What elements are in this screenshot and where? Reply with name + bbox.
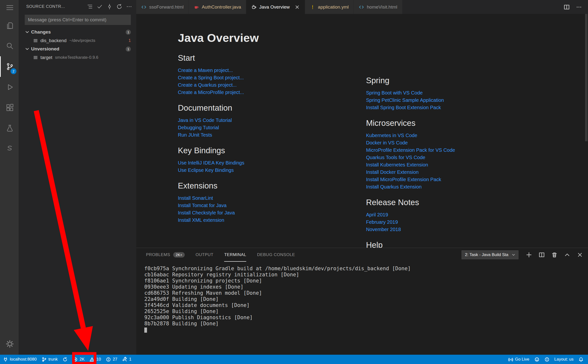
kill-terminal-icon[interactable]	[551, 252, 558, 258]
editor-link[interactable]: Install Spring Boot Extension Pack	[366, 104, 569, 111]
editor-link[interactable]: February 2019	[366, 218, 569, 226]
terminal-line: f0cb975a Synchronizing Gradle build at /…	[144, 266, 588, 272]
status-bar: localhost:8080trunk2K10271 Go LiveLayout…	[0, 355, 588, 364]
editor-link[interactable]: Java in VS Code Tutorial	[178, 117, 366, 124]
editor-link[interactable]: April 2019	[366, 211, 569, 218]
view-as-tree-icon[interactable]	[87, 3, 93, 10]
editor-link[interactable]: Use Eclipse Key Bindings	[178, 166, 366, 174]
status-keyboard-layout[interactable]: Layout: us	[552, 355, 576, 364]
main-row: 2	[0, 0, 588, 355]
terminal-output[interactable]: f0cb975a Synchronizing Gradle build at /…	[136, 262, 588, 333]
close-panel-icon[interactable]	[577, 252, 583, 258]
tab-label: homeVisit.html	[367, 4, 397, 10]
activity-source-control-button[interactable]: 2	[0, 56, 19, 77]
editor-link[interactable]: Create a Maven project...	[178, 67, 366, 74]
commit-message-input[interactable]	[25, 15, 131, 25]
editor-link[interactable]: Kubernetes in VS Code	[366, 132, 569, 139]
editor-link[interactable]: November 2018	[366, 226, 569, 233]
panel-tab-debug-console[interactable]: DEBUG CONSOLE	[257, 248, 295, 262]
status-notifications[interactable]	[576, 355, 586, 364]
terminal-line: 22a49d0f Building [Done]	[144, 296, 588, 302]
status-info[interactable]	[542, 355, 552, 364]
html-icon	[359, 4, 364, 10]
editor-link[interactable]: Install Checkstyle for Java	[178, 209, 366, 216]
activity-search-button[interactable]	[0, 36, 19, 56]
chevron-down-icon	[24, 29, 30, 35]
refresh-icon[interactable]	[116, 3, 122, 10]
commit-check-icon[interactable]	[97, 3, 103, 10]
scm-section-changes[interactable]: Changes1	[19, 28, 136, 36]
search-icon	[5, 42, 14, 50]
split-terminal-icon[interactable]	[539, 252, 545, 258]
activity-settings-button[interactable]	[0, 334, 19, 354]
status-branch[interactable]: trunk	[39, 355, 60, 364]
maximize-panel-icon[interactable]	[564, 252, 570, 258]
editor-link[interactable]: Install SonarLint	[178, 194, 366, 202]
editor-link[interactable]: Install Kubernetes Extension	[366, 161, 569, 168]
extensions-icon	[5, 103, 14, 112]
status-feedback[interactable]	[532, 355, 542, 364]
panel-tabs: PROBLEMS2K+OUTPUTTERMINALDEBUG CONSOLE	[146, 248, 295, 262]
editor-link[interactable]: Debugging Tutorial	[178, 124, 366, 131]
info-icon	[544, 357, 550, 362]
new-terminal-icon[interactable]	[526, 252, 532, 258]
status-errors[interactable]: 2K	[70, 355, 87, 364]
close-icon[interactable]	[294, 4, 300, 10]
editor-link[interactable]: Quarkus Tools for VS Code	[366, 154, 569, 161]
editor-link[interactable]: Install Tomcat for Java	[178, 202, 366, 209]
editor-scrollbar[interactable]	[585, 14, 588, 141]
tab-authcontroller-java[interactable]: AuthController.java	[189, 0, 246, 14]
editor-link[interactable]: Create a Spring Boot project...	[178, 74, 366, 81]
panel-tab-terminal[interactable]: TERMINAL	[224, 248, 246, 262]
tab-label: application.yml	[318, 4, 349, 10]
activity-run-debug-button[interactable]	[0, 77, 19, 97]
status-go-live[interactable]: Go Live	[506, 355, 532, 364]
section-heading-spring: Spring	[366, 76, 569, 85]
scm-section-label: Changes	[31, 29, 51, 35]
activity-menu-button[interactable]	[0, 0, 19, 15]
editor-link[interactable]: Docker in VS Code	[366, 139, 569, 146]
editor-link[interactable]: Create a Quarkus project...	[178, 81, 366, 89]
editor-link[interactable]: Install Quarkus Extension	[366, 183, 569, 190]
tab-homevisit-html[interactable]: homeVisit.html	[354, 0, 402, 14]
activity-testing-button[interactable]	[0, 118, 19, 139]
terminal-selector[interactable]: 2: Task - Java Build Sta	[462, 250, 518, 259]
overview-columns: StartCreate a Maven project...Create a S…	[178, 53, 588, 248]
panel-tab-problems[interactable]: PROBLEMS2K+	[146, 248, 185, 262]
scm-item-target[interactable]: targetsmokeTest/karate-0.9.6	[19, 53, 136, 62]
more-actions-icon[interactable]	[126, 3, 132, 10]
status-tasks[interactable]: 1	[120, 355, 134, 364]
status-infos[interactable]: 27	[103, 355, 120, 364]
info-icon	[106, 357, 111, 362]
editor-link[interactable]: Install Docker Extension	[366, 168, 569, 176]
commit-graph-icon[interactable]	[106, 3, 113, 10]
vscode-window: 2	[0, 0, 588, 364]
editor-link[interactable]: Spring Boot with VS Code	[366, 89, 569, 96]
beaker-icon	[5, 124, 14, 133]
status-label: trunk	[49, 357, 58, 362]
activity-spring-dashboard-button[interactable]	[0, 139, 19, 159]
editor-link[interactable]: Run JUnit Tests	[178, 131, 366, 139]
status-sync[interactable]	[60, 355, 70, 364]
editor-link[interactable]: Spring PetClinic Sample Application	[366, 96, 569, 104]
activity-explorer-button[interactable]	[0, 15, 19, 36]
tab-java-overview[interactable]: Java Overview	[246, 0, 305, 14]
tab-ssoforward-html[interactable]: ssoForward.html	[136, 0, 189, 14]
split-editor-icon[interactable]	[564, 4, 570, 10]
scm-item-dis-backend[interactable]: dis_backend~/dev/projects1	[19, 36, 136, 45]
activity-extensions-button[interactable]	[0, 97, 19, 118]
editor-link[interactable]: MicroProfile Extension Pack for VS Code	[366, 146, 569, 154]
tab-application-yml[interactable]: application.yml	[305, 0, 354, 14]
status-warnings[interactable]: 10	[87, 355, 103, 364]
status-port[interactable]: localhost:8080	[0, 355, 39, 364]
editor-link[interactable]: Create a MicroProfile project...	[178, 89, 366, 96]
editor-more-icon[interactable]	[576, 4, 582, 10]
overview-left-column: StartCreate a Maven project...Create a S…	[178, 53, 366, 248]
editor-link[interactable]: Use IntelliJ IDEA Key Bindings	[178, 159, 366, 166]
editor-link[interactable]: Install MicroProfile Extension Pack	[366, 176, 569, 183]
run-debug-icon	[5, 83, 14, 92]
editor-link[interactable]: Install XML extension	[178, 216, 366, 224]
panel-header: PROBLEMS2K+OUTPUTTERMINALDEBUG CONSOLE 2…	[136, 248, 588, 262]
panel-tab-output[interactable]: OUTPUT	[196, 248, 213, 262]
scm-section-unversioned[interactable]: Unversioned1	[19, 45, 136, 53]
